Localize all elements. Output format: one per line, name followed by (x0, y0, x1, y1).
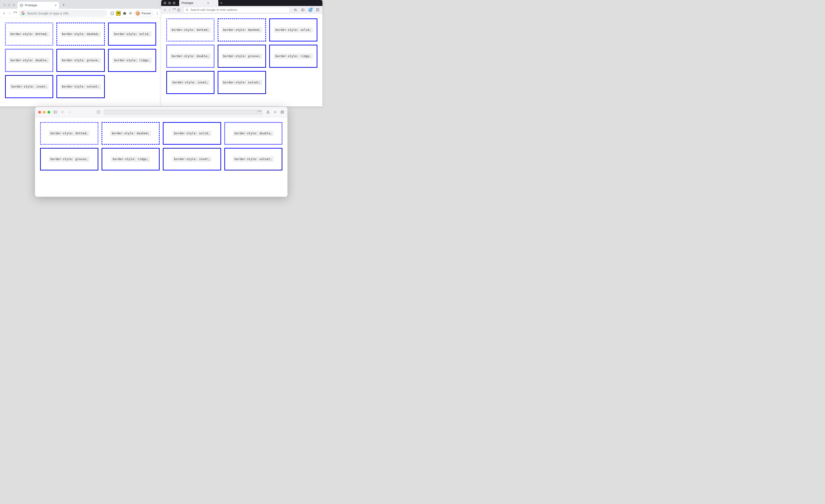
border-card-solid: border-style: solid; (108, 22, 156, 46)
border-card-label: border-style: ridge; (112, 58, 152, 63)
profile-paused-pill[interactable]: Paused (135, 10, 153, 16)
border-card-groove: border-style: groove; (57, 49, 104, 72)
home-button[interactable] (177, 8, 180, 12)
urlbar-placeholder: Search with Google or enter address (191, 8, 237, 11)
border-card-solid: border-style: solid; (269, 18, 317, 42)
border-style-grid: border-style: dotted;border-style: dashe… (40, 122, 282, 170)
border-card-dotted: border-style: dotted; (5, 22, 53, 46)
chrome-page: border-style: dotted;border-style: dashe… (0, 18, 161, 103)
library-icon[interactable] (293, 7, 298, 13)
border-card-label: border-style: dotted; (9, 31, 50, 37)
firefox-toolbar: Search with Google or enter address (161, 6, 322, 14)
back-button[interactable] (2, 11, 6, 15)
reload-button[interactable] (13, 11, 17, 15)
reload-icon[interactable] (257, 110, 261, 114)
svg-point-6 (157, 12, 158, 12)
border-card-label: border-style: dashed; (222, 27, 262, 32)
firefox-tabstrip: Prototype × + (161, 0, 322, 6)
back-button[interactable] (61, 110, 65, 114)
extensions-icon[interactable] (123, 11, 127, 15)
border-card-label: border-style: groove; (60, 58, 101, 63)
border-card-groove: border-style: groove; (40, 148, 98, 170)
border-card-double: border-style: double; (224, 122, 283, 145)
border-card-label: border-style: inset; (171, 80, 210, 85)
svg-line-10 (188, 10, 188, 11)
forward-button[interactable] (168, 8, 171, 12)
svg-rect-16 (54, 111, 57, 113)
border-card-inset: border-style: inset; (166, 71, 214, 94)
browser-tab[interactable]: Prototype × (179, 0, 218, 6)
border-card-label: border-style: outset; (233, 157, 274, 162)
account-icon[interactable] (307, 7, 313, 13)
reload-button[interactable] (172, 8, 176, 12)
zoom-dot-icon[interactable] (12, 4, 15, 6)
tabs-overview-icon[interactable] (280, 110, 284, 114)
border-card-label: border-style: ridge; (111, 157, 150, 162)
omnibox[interactable]: Search Google or type a URL (18, 10, 107, 17)
border-card-ridge: border-style: ridge; (101, 148, 160, 170)
zoom-dot-icon[interactable] (48, 111, 50, 114)
border-card-label: border-style: inset; (172, 157, 211, 162)
safari-toolbar (35, 107, 287, 118)
new-tab-button[interactable]: + (60, 2, 67, 8)
window-controls (2, 4, 17, 9)
new-tab-button[interactable]: + (218, 1, 224, 5)
border-card-label: border-style: dotted; (49, 131, 89, 136)
globe-icon (20, 4, 23, 7)
border-card-dashed: border-style: dashed; (101, 122, 160, 145)
border-card-label: border-style: solid; (112, 31, 152, 37)
sidebar-icon[interactable] (54, 110, 57, 114)
firefox-page: border-style: dotted;border-style: dashe… (161, 14, 322, 98)
border-card-label: border-style: outset; (222, 80, 262, 85)
kebab-menu-icon[interactable] (155, 11, 159, 15)
minimize-dot-icon[interactable] (43, 111, 46, 114)
new-tab-icon[interactable] (273, 110, 277, 114)
urlbar[interactable]: Search with Google or enter address (183, 7, 290, 13)
tab-title: Prototype (25, 4, 37, 7)
border-card-label: border-style: double; (9, 58, 50, 63)
minimize-dot-icon[interactable] (8, 4, 11, 6)
hamburger-menu-icon[interactable] (315, 7, 321, 13)
omnibox-placeholder: Search Google or type a URL (27, 11, 69, 15)
site-info-icon[interactable] (110, 11, 114, 15)
extension-js-icon[interactable]: JS (116, 11, 121, 16)
close-dot-icon[interactable] (3, 4, 6, 6)
svg-rect-21 (282, 111, 284, 113)
minimize-dot-icon[interactable] (168, 2, 171, 4)
border-card-outset: border-style: outset; (224, 148, 283, 170)
forward-button[interactable] (7, 11, 11, 15)
zoom-dot-icon[interactable] (173, 2, 175, 4)
browser-tab[interactable]: Prototype × (17, 2, 59, 9)
forward-button[interactable] (68, 110, 72, 114)
shield-icon[interactable] (96, 110, 100, 114)
border-style-grid: border-style: dotted;border-style: dashe… (5, 22, 156, 98)
border-style-grid: border-style: dotted;border-style: dashe… (166, 18, 317, 94)
border-card-label: border-style: double; (170, 54, 211, 59)
safari-page: border-style: dotted;border-style: dashe… (35, 118, 287, 175)
border-card-dashed: border-style: dashed; (57, 22, 104, 46)
back-button[interactable] (163, 8, 167, 12)
border-card-groove: border-style: groove; (218, 45, 266, 68)
border-card-double: border-style: double; (5, 49, 53, 72)
firefox-window: Prototype × + Search with Google or ente… (161, 0, 322, 106)
chrome-toolbar: Search Google or type a URL JS Paused (0, 9, 161, 18)
sidebar-icon[interactable] (300, 7, 306, 13)
border-card-dashed: border-style: dashed; (218, 18, 266, 42)
border-card-ridge: border-style: ridge; (108, 49, 156, 72)
window-controls (163, 2, 175, 4)
close-dot-icon[interactable] (163, 2, 166, 4)
chrome-window: Prototype × + Search Google or type a UR… (0, 0, 161, 106)
border-card-label: border-style: dotted; (170, 27, 211, 32)
close-tab-icon[interactable]: × (207, 1, 209, 5)
urlbar[interactable] (104, 109, 263, 115)
border-card-label: border-style: inset; (10, 84, 49, 89)
close-dot-icon[interactable] (38, 111, 41, 114)
svg-rect-22 (281, 111, 283, 113)
border-card-label: border-style: solid; (274, 27, 313, 32)
border-card-label: border-style: dashed; (60, 31, 101, 37)
share-icon[interactable] (266, 110, 270, 114)
border-card-inset: border-style: inset; (5, 75, 53, 98)
reading-list-icon[interactable] (129, 11, 133, 15)
border-card-outset: border-style: outset; (57, 75, 104, 98)
close-tab-icon[interactable]: × (55, 4, 57, 7)
